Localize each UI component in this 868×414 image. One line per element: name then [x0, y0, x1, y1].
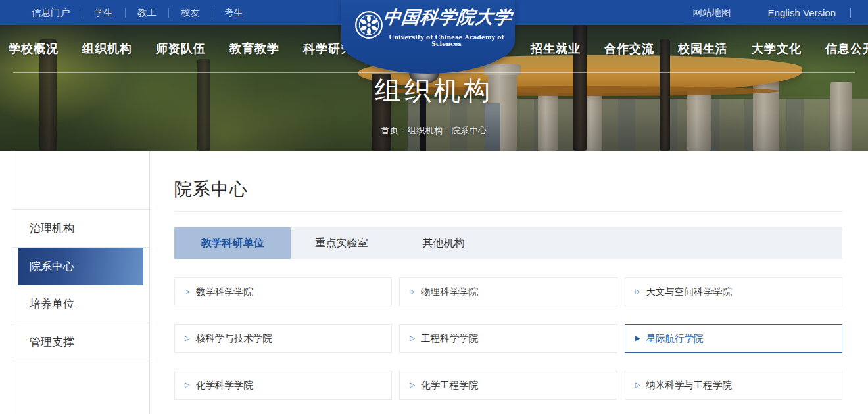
sidebar-item-label: 培养单位 — [30, 298, 74, 310]
topbar-link[interactable]: 考生 — [212, 8, 255, 18]
sidebar-item-label: 院系中心 — [30, 260, 74, 273]
department-label: 工程科学学院 — [421, 333, 478, 345]
nav-group-left: 学校概况组织机构师资队伍教育教学科学研究 — [9, 41, 353, 57]
nav-item[interactable]: 合作交流 — [604, 41, 654, 57]
department-label: 物理科学学院 — [421, 286, 478, 298]
department-label: 纳米科学与工程学院 — [646, 379, 732, 392]
main-panel: 院系中心 教学科研单位 重点实验室 其他机构 ▷ — [150, 151, 868, 414]
sidebar-item[interactable]: 管理支撑 — [12, 323, 149, 361]
department-label: 化学科学学院 — [196, 379, 253, 392]
department-grid: ▷ 数学科学学院 ▷ 物理科学学院 ▷ 天文与空间科学学院 ▷ 核科学与技术学院 — [174, 277, 842, 400]
sidebar-item[interactable]: 治理机构 — [12, 210, 149, 248]
triangle-arrow-icon: ▷ — [185, 288, 190, 295]
department-link[interactable]: ▷ 化学工程学院 — [399, 371, 617, 400]
topbar-link[interactable]: 信息门户 — [20, 8, 82, 18]
tab-label: 其他机构 — [423, 237, 465, 250]
triangle-arrow-icon: ▷ — [410, 382, 415, 388]
tab[interactable]: 重点实验室 — [291, 227, 393, 259]
tab[interactable]: 其他机构 — [393, 227, 494, 259]
sitemap-link[interactable]: 网站地图 — [693, 7, 731, 19]
topbar-link[interactable]: 学生 — [82, 8, 126, 18]
nav-item[interactable]: 校园生活 — [678, 41, 728, 57]
english-version-link[interactable]: English Version — [768, 8, 851, 18]
sidebar: 治理机构 院系中心 培养单位 管理支撑 — [12, 151, 150, 414]
tab-label: 教学科研单位 — [201, 237, 264, 250]
topbar-link[interactable]: 校友 — [169, 8, 212, 18]
triangle-arrow-icon: ▷ — [635, 382, 640, 388]
department-label: 核科学与技术学院 — [196, 333, 272, 345]
department-link[interactable]: ▷ 核科学与技术学院 — [174, 324, 392, 353]
department-link[interactable]: ▷ 纳米科学与工程学院 — [625, 371, 842, 400]
nav-item[interactable]: 教育教学 — [229, 41, 279, 57]
triangle-arrow-icon: ▷ — [635, 288, 640, 295]
triangle-arrow-icon: ▷ — [410, 288, 415, 295]
triangle-arrow-icon: ▶ — [635, 335, 640, 342]
nav-item[interactable]: 师资队伍 — [156, 41, 206, 57]
nav-item[interactable]: 招生就业 — [531, 41, 581, 57]
breadcrumb[interactable]: 首页 - 组织机构 - 院系中心 — [0, 125, 868, 137]
nav-group-right: 招生就业合作交流校园生活大学文化信息公开 — [531, 41, 868, 57]
triangle-arrow-icon: ▷ — [410, 335, 415, 342]
department-link[interactable]: ▷ 物理科学学院 — [399, 277, 617, 306]
department-label: 化学工程学院 — [421, 379, 478, 392]
triangle-arrow-icon: ▷ — [185, 335, 190, 342]
hero-title: 组织机构 — [0, 72, 868, 108]
nav-item[interactable]: 学校概况 — [9, 41, 59, 57]
logo-english-name: University of Chinese Academy of Science… — [382, 34, 511, 47]
title-divider — [174, 211, 842, 212]
tab-label: 重点实验室 — [316, 237, 368, 250]
university-logo-badge[interactable]: 中国科学院大学 University of Chinese Academy of… — [341, 0, 515, 74]
sidebar-item-label: 管理支撑 — [30, 336, 74, 348]
nav-item[interactable]: 信息公开 — [825, 41, 868, 57]
tab-bar: 教学科研单位 重点实验室 其他机构 — [174, 227, 842, 259]
logo-chinese-name: 中国科学院大学 — [382, 5, 511, 29]
tab[interactable]: 教学科研单位 — [174, 227, 291, 259]
department-link[interactable]: ▶ 星际航行学院 — [625, 324, 842, 353]
sidebar-item[interactable]: 培养单位 — [12, 285, 149, 323]
content-area: 治理机构 院系中心 培养单位 管理支撑 院系中心 教 — [0, 151, 868, 414]
topbar-left-links: 信息门户学生教工校友考生 — [20, 8, 255, 18]
department-link[interactable]: ▷ 化学科学学院 — [174, 371, 392, 400]
sidebar-item[interactable]: 院系中心 — [18, 248, 143, 285]
sidebar-item-label: 治理机构 — [30, 222, 74, 235]
topbar-link[interactable]: 教工 — [126, 8, 169, 18]
department-link[interactable]: ▷ 工程科学学院 — [399, 324, 617, 353]
nav-item[interactable]: 组织机构 — [82, 41, 132, 57]
page-header: 信息门户学生教工校友考生 网站地图 English Version 学校概况组织… — [0, 0, 868, 151]
department-label: 数学科学学院 — [196, 286, 253, 298]
triangle-arrow-icon: ▷ — [185, 382, 190, 388]
university-emblem-icon — [354, 11, 383, 42]
topbar-right-links: 网站地图 English Version — [693, 7, 851, 19]
page-title: 院系中心 — [174, 177, 842, 201]
department-label: 天文与空间科学学院 — [646, 286, 732, 298]
department-link[interactable]: ▷ 天文与空间科学学院 — [625, 277, 842, 306]
nav-item[interactable]: 大学文化 — [752, 41, 802, 57]
sidebar-menu: 治理机构 院系中心 培养单位 管理支撑 — [12, 209, 149, 361]
department-link[interactable]: ▷ 数学科学学院 — [174, 277, 392, 306]
department-label: 星际航行学院 — [646, 333, 703, 345]
